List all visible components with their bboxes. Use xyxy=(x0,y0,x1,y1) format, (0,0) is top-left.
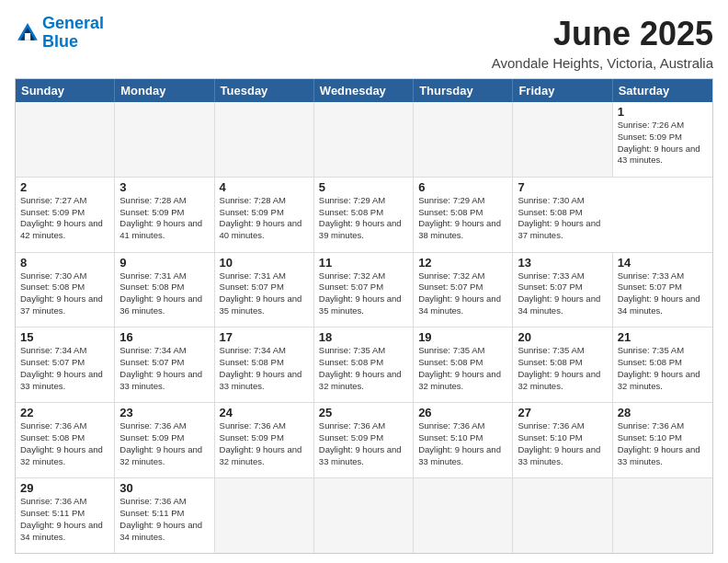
day-cell-15: 15Sunrise: 7:34 AMSunset: 5:07 PMDayligh… xyxy=(16,327,115,402)
day-cell-17: 17Sunrise: 7:34 AMSunset: 5:08 PMDayligh… xyxy=(215,327,314,402)
day-cell-19: 19Sunrise: 7:35 AMSunset: 5:08 PMDayligh… xyxy=(414,327,513,402)
day-cell-27: 27Sunrise: 7:36 AMSunset: 5:10 PMDayligh… xyxy=(513,403,612,477)
calendar-body: 1Sunrise: 7:26 AMSunset: 5:09 PMDaylight… xyxy=(16,102,712,553)
day-info: Sunrise: 7:36 AMSunset: 5:09 PMDaylight:… xyxy=(319,420,408,467)
calendar-row-1: 2Sunrise: 7:27 AMSunset: 5:09 PMDaylight… xyxy=(16,177,712,252)
day-number: 16 xyxy=(119,330,209,344)
day-info: Sunrise: 7:28 AMSunset: 5:09 PMDaylight:… xyxy=(220,195,309,242)
day-info: Sunrise: 7:36 AMSunset: 5:11 PMDaylight:… xyxy=(20,496,109,543)
day-info: Sunrise: 7:34 AMSunset: 5:08 PMDaylight:… xyxy=(220,345,309,392)
day-cell-7: 7Sunrise: 7:30 AMSunset: 5:08 PMDaylight… xyxy=(513,178,612,252)
header-cell-monday: Monday xyxy=(115,79,214,102)
day-info: Sunrise: 7:31 AMSunset: 5:08 PMDaylight:… xyxy=(119,270,209,317)
day-number: 27 xyxy=(518,406,607,419)
day-cell-12: 12Sunrise: 7:32 AMSunset: 5:07 PMDayligh… xyxy=(414,253,513,327)
day-number: 29 xyxy=(20,481,109,495)
day-number: 21 xyxy=(618,330,708,344)
day-number: 1 xyxy=(618,105,708,119)
day-info: Sunrise: 7:28 AMSunset: 5:09 PMDaylight:… xyxy=(119,195,209,242)
day-cell-5: 5Sunrise: 7:29 AMSunset: 5:08 PMDaylight… xyxy=(314,178,414,252)
day-info: Sunrise: 7:35 AMSunset: 5:08 PMDaylight:… xyxy=(518,345,607,392)
day-info: Sunrise: 7:26 AMSunset: 5:09 PMDaylight:… xyxy=(618,120,708,167)
day-number: 17 xyxy=(220,330,309,344)
day-number: 24 xyxy=(220,406,309,419)
day-cell-4: 4Sunrise: 7:28 AMSunset: 5:09 PMDaylight… xyxy=(215,178,314,252)
day-number: 25 xyxy=(319,406,408,419)
empty-cell xyxy=(314,102,414,177)
logo: General Blue xyxy=(15,15,104,52)
day-number: 13 xyxy=(518,256,607,270)
title-block: June 2025 Avondale Heights, Victoria, Au… xyxy=(492,15,713,71)
day-number: 23 xyxy=(119,406,209,419)
day-cell-26: 26Sunrise: 7:36 AMSunset: 5:10 PMDayligh… xyxy=(414,403,513,477)
day-cell-23: 23Sunrise: 7:36 AMSunset: 5:09 PMDayligh… xyxy=(115,403,214,477)
day-number: 14 xyxy=(618,256,708,270)
empty-cell xyxy=(115,102,214,177)
header-cell-wednesday: Wednesday xyxy=(314,79,414,102)
empty-cell xyxy=(613,478,712,553)
day-cell-24: 24Sunrise: 7:36 AMSunset: 5:09 PMDayligh… xyxy=(215,403,314,477)
svg-rect-2 xyxy=(25,33,30,40)
day-info: Sunrise: 7:32 AMSunset: 5:07 PMDaylight:… xyxy=(319,270,408,317)
empty-cell xyxy=(513,478,612,553)
day-cell-20: 20Sunrise: 7:35 AMSunset: 5:08 PMDayligh… xyxy=(513,327,612,402)
day-number: 15 xyxy=(20,330,109,344)
day-info: Sunrise: 7:36 AMSunset: 5:10 PMDaylight:… xyxy=(418,420,507,467)
location-title: Avondale Heights, Victoria, Australia xyxy=(492,55,713,71)
header-cell-thursday: Thursday xyxy=(414,79,513,102)
day-number: 19 xyxy=(418,330,507,344)
day-cell-9: 9Sunrise: 7:31 AMSunset: 5:08 PMDaylight… xyxy=(115,253,214,327)
day-info: Sunrise: 7:33 AMSunset: 5:07 PMDaylight:… xyxy=(618,270,708,317)
day-cell-28: 28Sunrise: 7:36 AMSunset: 5:10 PMDayligh… xyxy=(613,403,712,477)
calendar: SundayMondayTuesdayWednesdayThursdayFrid… xyxy=(15,78,713,554)
day-number: 12 xyxy=(418,256,507,270)
calendar-row-0: 1Sunrise: 7:26 AMSunset: 5:09 PMDaylight… xyxy=(16,102,712,177)
header-cell-saturday: Saturday xyxy=(613,79,712,102)
day-number: 9 xyxy=(119,256,209,270)
empty-cell xyxy=(414,478,513,553)
day-cell-25: 25Sunrise: 7:36 AMSunset: 5:09 PMDayligh… xyxy=(314,403,414,477)
day-number: 18 xyxy=(319,330,408,344)
day-number: 20 xyxy=(518,330,607,344)
day-cell-8: 8Sunrise: 7:30 AMSunset: 5:08 PMDaylight… xyxy=(16,253,115,327)
day-number: 3 xyxy=(119,180,209,194)
day-cell-29: 29Sunrise: 7:36 AMSunset: 5:11 PMDayligh… xyxy=(16,478,115,553)
month-title: June 2025 xyxy=(492,15,713,53)
day-cell-10: 10Sunrise: 7:31 AMSunset: 5:07 PMDayligh… xyxy=(215,253,314,327)
logo-text: General Blue xyxy=(42,15,104,52)
empty-cell xyxy=(215,478,314,553)
calendar-header: SundayMondayTuesdayWednesdayThursdayFrid… xyxy=(16,79,712,102)
day-number: 22 xyxy=(20,406,109,419)
empty-cell xyxy=(513,102,612,177)
day-info: Sunrise: 7:36 AMSunset: 5:10 PMDaylight:… xyxy=(618,420,708,467)
day-info: Sunrise: 7:33 AMSunset: 5:07 PMDaylight:… xyxy=(518,270,607,317)
day-info: Sunrise: 7:32 AMSunset: 5:07 PMDaylight:… xyxy=(418,270,507,317)
day-cell-30: 30Sunrise: 7:36 AMSunset: 5:11 PMDayligh… xyxy=(115,478,214,553)
empty-cell xyxy=(414,102,513,177)
day-info: Sunrise: 7:27 AMSunset: 5:09 PMDaylight:… xyxy=(20,195,109,242)
day-cell-2: 2Sunrise: 7:27 AMSunset: 5:09 PMDaylight… xyxy=(16,178,115,252)
day-cell-22: 22Sunrise: 7:36 AMSunset: 5:08 PMDayligh… xyxy=(16,403,115,477)
header: General Blue June 2025 Avondale Heights,… xyxy=(15,15,713,71)
day-number: 6 xyxy=(418,180,507,194)
header-cell-tuesday: Tuesday xyxy=(215,79,314,102)
day-cell-16: 16Sunrise: 7:34 AMSunset: 5:07 PMDayligh… xyxy=(115,327,214,402)
day-info: Sunrise: 7:36 AMSunset: 5:11 PMDaylight:… xyxy=(119,496,209,543)
empty-cell xyxy=(215,102,314,177)
day-info: Sunrise: 7:36 AMSunset: 5:09 PMDaylight:… xyxy=(220,420,309,467)
calendar-row-4: 22Sunrise: 7:36 AMSunset: 5:08 PMDayligh… xyxy=(16,402,712,477)
header-cell-friday: Friday xyxy=(513,79,612,102)
day-info: Sunrise: 7:34 AMSunset: 5:07 PMDaylight:… xyxy=(20,345,109,392)
day-number: 10 xyxy=(220,256,309,270)
day-number: 11 xyxy=(319,256,408,270)
day-info: Sunrise: 7:36 AMSunset: 5:08 PMDaylight:… xyxy=(20,420,109,467)
day-info: Sunrise: 7:34 AMSunset: 5:07 PMDaylight:… xyxy=(119,345,209,392)
day-cell-18: 18Sunrise: 7:35 AMSunset: 5:08 PMDayligh… xyxy=(314,327,414,402)
day-cell-11: 11Sunrise: 7:32 AMSunset: 5:07 PMDayligh… xyxy=(314,253,414,327)
empty-cell xyxy=(16,102,115,177)
day-number: 5 xyxy=(319,180,408,194)
day-info: Sunrise: 7:36 AMSunset: 5:10 PMDaylight:… xyxy=(518,420,607,467)
day-info: Sunrise: 7:35 AMSunset: 5:08 PMDaylight:… xyxy=(618,345,708,392)
day-cell-6: 6Sunrise: 7:29 AMSunset: 5:08 PMDaylight… xyxy=(414,178,513,252)
day-info: Sunrise: 7:29 AMSunset: 5:08 PMDaylight:… xyxy=(319,195,408,242)
